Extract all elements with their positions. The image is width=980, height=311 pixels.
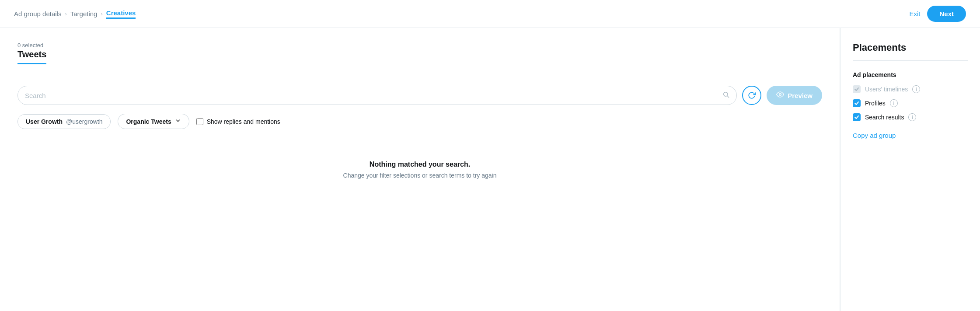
show-replies-checkbox-wrap[interactable]: Show replies and mentions	[196, 118, 280, 125]
main-layout: 0 selected Tweets	[0, 28, 980, 311]
timelines-check-icon	[853, 85, 861, 93]
chevron-down-icon	[175, 118, 181, 125]
section-divider	[17, 75, 822, 75]
breadcrumb-sep-2: ›	[101, 10, 102, 17]
profiles-info-icon: i	[890, 99, 898, 107]
placement-item-search[interactable]: Search results i	[853, 113, 968, 121]
search-icon	[722, 91, 729, 100]
right-panel: Placements Ad placements Users' timeline…	[840, 28, 980, 311]
organic-tweets-button[interactable]: Organic Tweets	[118, 114, 189, 129]
account-badge[interactable]: User Growth @usergrowth	[17, 114, 111, 129]
selected-count: 0 selected	[17, 42, 822, 49]
account-handle: @usergrowth	[66, 118, 102, 125]
exit-button[interactable]: Exit	[909, 10, 920, 17]
svg-point-2	[779, 94, 781, 96]
empty-state-subtitle: Change your filter selections or search …	[17, 172, 822, 179]
timelines-info-icon: i	[912, 85, 920, 93]
search-input[interactable]	[25, 92, 722, 99]
svg-line-1	[727, 96, 729, 98]
show-replies-label: Show replies and mentions	[207, 118, 280, 125]
breadcrumb-targeting[interactable]: Targeting	[70, 10, 98, 17]
ad-placements-label: Ad placements	[853, 71, 968, 78]
search-results-info-icon: i	[908, 113, 916, 121]
top-nav: Ad group details › Targeting › Creatives…	[0, 0, 980, 28]
placement-item-profiles[interactable]: Profiles i	[853, 99, 968, 107]
show-replies-checkbox[interactable]	[196, 118, 203, 125]
preview-button[interactable]: Preview	[767, 86, 822, 105]
profiles-label: Profiles	[865, 100, 886, 107]
nav-actions: Exit Next	[909, 6, 966, 22]
preview-label: Preview	[788, 92, 813, 99]
eye-icon	[776, 91, 784, 100]
placement-item-timelines: Users' timelines i	[853, 85, 968, 93]
breadcrumb-creatives[interactable]: Creatives	[106, 9, 136, 19]
filter-row: User Growth @usergrowth Organic Tweets S…	[17, 114, 822, 129]
empty-state: Nothing matched your search. Change your…	[17, 143, 822, 196]
breadcrumb-ad-group-details[interactable]: Ad group details	[14, 10, 61, 17]
search-check-icon	[853, 113, 861, 121]
tweets-heading: Tweets	[17, 49, 46, 64]
next-button[interactable]: Next	[927, 6, 966, 22]
search-input-wrap[interactable]	[17, 86, 737, 105]
timelines-label: Users' timelines	[865, 86, 908, 93]
breadcrumb: Ad group details › Targeting › Creatives	[14, 9, 136, 19]
account-name: User Growth	[26, 118, 63, 125]
profiles-check-icon	[853, 99, 861, 107]
empty-state-title: Nothing matched your search.	[17, 161, 822, 168]
copy-ad-group-link[interactable]: Copy ad group	[853, 132, 968, 139]
placements-title: Placements	[853, 42, 968, 61]
left-panel: 0 selected Tweets	[0, 28, 840, 311]
search-results-label: Search results	[865, 114, 904, 121]
refresh-button[interactable]	[742, 86, 761, 105]
search-row: Preview	[17, 86, 822, 105]
organic-tweets-label: Organic Tweets	[126, 118, 171, 125]
breadcrumb-sep-1: ›	[65, 10, 66, 17]
